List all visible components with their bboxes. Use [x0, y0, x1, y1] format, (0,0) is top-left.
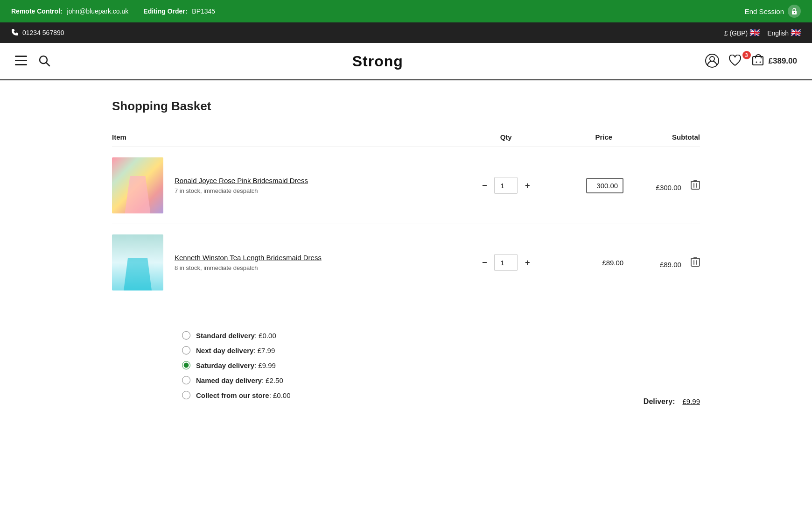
delivery-label-standard[interactable]: Standard delivery: £0.00 [196, 332, 276, 340]
item-2-details: Kenneth Winston Tea Length Bridesmaid Dr… [112, 234, 465, 290]
item-2-qty-input[interactable] [494, 254, 518, 271]
item-2-subtotal: £89.00 [660, 261, 681, 269]
col-qty-header: Qty [465, 128, 547, 147]
gbp-flag: 🇬🇧 [749, 28, 760, 37]
table-row: Ronald Joyce Rose Pink Bridesmaid Dress … [112, 147, 700, 224]
delivery-total-label: Delivery: [644, 397, 675, 406]
item-1-stock: 7 in stock, immediate despatch [175, 187, 308, 194]
cart-button[interactable]: 3 £389.00 [751, 54, 797, 69]
editing-order-value: BP1345 [192, 7, 215, 15]
svg-rect-4 [15, 64, 27, 65]
search-icon [38, 55, 50, 67]
wishlist-button[interactable] [728, 55, 742, 68]
currency-text: £ (GBP) [724, 29, 748, 37]
item-2-name-link[interactable]: Kenneth Winston Tea Length Bridesmaid Dr… [175, 254, 322, 262]
item-1-name-link[interactable]: Ronald Joyce Rose Pink Bridesmaid Dress [175, 177, 308, 184]
delivery-total-cell: Delivery: £9.99 [547, 301, 700, 406]
cart-icon-wrap: 3 [751, 54, 766, 69]
lock-svg [791, 7, 798, 15]
item-2-qty-increase[interactable]: + [521, 256, 533, 269]
phone-number: 01234 567890 [22, 29, 64, 36]
item-2-stock: 8 in stock, immediate despatch [175, 264, 322, 271]
item-1-qty-input[interactable] [494, 177, 518, 194]
svg-rect-12 [691, 182, 700, 189]
editing-order-info: Editing Order: BP1345 [143, 7, 215, 15]
delivery-radio-standard[interactable] [182, 331, 190, 340]
delivery-radio-collect[interactable] [182, 391, 190, 399]
delivery-option-next-day: Next day delivery: £7.99 [182, 346, 547, 354]
delivery-row: Standard delivery: £0.00 Next day delive… [112, 301, 700, 406]
delivery-radio-next-day[interactable] [182, 346, 190, 354]
editing-order-label: Editing Order: [143, 7, 187, 15]
item-2-info: Kenneth Winston Tea Length Bridesmaid Dr… [175, 254, 322, 271]
phone-section: 01234 567890 [11, 28, 64, 37]
svg-point-11 [759, 61, 761, 63]
item-1-cell: Ronald Joyce Rose Pink Bridesmaid Dress … [112, 147, 465, 224]
item-2-delete-button[interactable] [691, 257, 700, 269]
table-header-row: Item Qty Price Subtotal [112, 128, 700, 147]
locale-section: £ (GBP) 🇬🇧 English 🇬🇧 [724, 28, 801, 38]
delivery-name-collect: Collect from our store [196, 391, 269, 399]
item-1-qty-control: − + [465, 177, 547, 194]
svg-point-1 [794, 12, 795, 13]
delivery-radio-saturday[interactable] [182, 361, 190, 369]
hamburger-button[interactable] [15, 56, 27, 67]
item-2-subtotal-cell: £89.00 [623, 224, 700, 301]
item-1-price[interactable]: 300.00 [586, 178, 623, 193]
main-content: Shopping Basket Item Qty Price Subtotal … [93, 80, 719, 406]
item-1-price-cell: 300.00 [547, 147, 623, 224]
account-icon [705, 54, 719, 68]
item-2-price-cell: £89.00 [547, 224, 623, 301]
delivery-name-named: Named day delivery [196, 376, 262, 384]
language-display[interactable]: English 🇬🇧 [767, 28, 801, 38]
item-2-price[interactable]: £89.00 [602, 259, 623, 267]
svg-point-10 [756, 61, 757, 63]
delivery-total: Delivery: £9.99 [547, 397, 700, 406]
item-2-qty-control: − + [465, 254, 547, 271]
remote-control-info: Remote Control: john@bluepark.co.uk [11, 7, 128, 15]
site-header: Strong 3 £389.00 [0, 43, 812, 80]
item-1-qty-decrease[interactable]: − [478, 179, 490, 191]
svg-rect-13 [691, 259, 700, 266]
lock-icon [788, 5, 801, 18]
item-1-qty-increase[interactable]: + [521, 179, 533, 191]
language-flag: 🇬🇧 [791, 28, 801, 37]
item-2-qty-decrease[interactable]: − [478, 256, 490, 269]
page-title: Shopping Basket [112, 99, 700, 113]
delivery-label-next-day[interactable]: Next day delivery: £7.99 [196, 347, 275, 354]
delivery-option-standard: Standard delivery: £0.00 [182, 331, 547, 340]
table-row: Kenneth Winston Tea Length Bridesmaid Dr… [112, 224, 700, 301]
phone-icon [11, 28, 19, 37]
trash-icon [691, 180, 700, 190]
svg-rect-3 [15, 60, 27, 61]
delivery-option-saturday: Saturday delivery: £9.99 [182, 361, 547, 369]
cart-count-badge: 3 [742, 51, 751, 59]
search-button[interactable] [38, 55, 50, 68]
svg-rect-2 [15, 56, 27, 57]
delivery-label-saturday[interactable]: Saturday delivery: £9.99 [196, 361, 276, 369]
hamburger-icon [15, 56, 27, 66]
delivery-total-value: £9.99 [682, 397, 700, 406]
item-2-image [112, 234, 163, 290]
header-left [15, 55, 50, 68]
item-1-subtotal-cell: £300.00 [623, 147, 700, 224]
item-1-delete-button[interactable] [691, 180, 700, 191]
delivery-radio-named[interactable] [182, 376, 190, 384]
item-1-subtotal: £300.00 [656, 184, 681, 191]
svg-line-6 [46, 63, 49, 66]
delivery-label-collect[interactable]: Collect from our store: £0.00 [196, 391, 291, 399]
end-session-label: End Session [745, 7, 784, 15]
end-session-button[interactable]: End Session [745, 5, 801, 18]
item-1-info: Ronald Joyce Rose Pink Bridesmaid Dress … [175, 177, 308, 194]
delivery-option-named: Named day delivery: £2.50 [182, 376, 547, 384]
cart-icon [751, 54, 766, 68]
svg-point-8 [710, 57, 714, 61]
currency-display[interactable]: £ (GBP) 🇬🇧 [724, 28, 760, 38]
language-text: English [767, 29, 789, 37]
site-logo[interactable]: Strong [352, 53, 403, 70]
delivery-label-named[interactable]: Named day delivery: £2.50 [196, 376, 283, 384]
account-button[interactable] [705, 54, 719, 69]
remote-control-label: Remote Control: [11, 7, 63, 15]
heart-icon [728, 55, 742, 67]
cart-total: £389.00 [769, 57, 797, 66]
